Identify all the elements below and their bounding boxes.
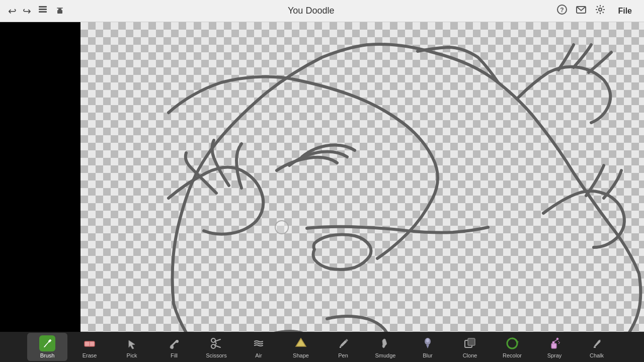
- canvas-area[interactable]: [0, 22, 644, 332]
- tool-pen[interactable]: Pen: [323, 333, 363, 361]
- svg-rect-2: [39, 6, 47, 8]
- spray-icon: [546, 335, 562, 351]
- clone-label: Clone: [463, 352, 477, 358]
- spray-label: Spray: [547, 352, 562, 358]
- app-title: You Doodle: [73, 6, 548, 16]
- help-button[interactable]: ?: [556, 4, 568, 18]
- toolbar: Brush Erase Pick Fill: [0, 332, 644, 362]
- svg-rect-5: [57, 8, 63, 9]
- svg-point-13: [176, 340, 179, 343]
- blur-icon: [420, 335, 436, 351]
- svg-point-9: [599, 8, 602, 11]
- svg-point-33: [558, 341, 559, 342]
- brush-icon: [39, 335, 55, 351]
- svg-point-35: [558, 343, 559, 344]
- svg-text:?: ?: [560, 7, 564, 14]
- tool-clone[interactable]: Clone: [450, 333, 490, 361]
- svg-marker-28: [516, 341, 519, 343]
- tool-scissors[interactable]: Scissors: [196, 333, 236, 361]
- smudge-label: Smudge: [375, 352, 396, 358]
- recolor-label: Recolor: [503, 352, 522, 358]
- tool-fill[interactable]: Fill: [154, 333, 194, 361]
- recolor-icon: [504, 335, 520, 351]
- stamp-button[interactable]: [54, 4, 65, 18]
- svg-line-19: [215, 343, 216, 345]
- canvas-background: [80, 22, 644, 332]
- chalk-label: Chalk: [590, 352, 604, 358]
- pen-label: Pen: [338, 352, 348, 358]
- topbar-right: ? File: [556, 4, 636, 18]
- clone-icon: [462, 335, 478, 351]
- tool-blur[interactable]: Blur: [408, 333, 448, 361]
- file-button[interactable]: File: [614, 5, 636, 18]
- svg-rect-1: [39, 9, 47, 10]
- undo-button[interactable]: ↩: [8, 5, 17, 17]
- top-bar: ↩ ↪ You Doodle ?: [0, 0, 644, 22]
- left-strip: [0, 22, 80, 332]
- tool-shape[interactable]: Shape: [281, 333, 321, 361]
- svg-point-34: [559, 342, 560, 343]
- erase-label: Erase: [83, 352, 97, 358]
- svg-point-32: [556, 338, 558, 340]
- chalk-icon: [589, 335, 605, 351]
- tool-smudge[interactable]: Smudge: [365, 333, 406, 361]
- scissors-label: Scissors: [206, 352, 227, 358]
- redo-button[interactable]: ↪: [23, 5, 31, 17]
- pick-label: Pick: [127, 352, 137, 358]
- pen-icon: [335, 335, 351, 351]
- pick-icon: [124, 335, 140, 351]
- fill-label: Fill: [171, 352, 178, 358]
- air-label: Air: [255, 352, 262, 358]
- tool-chalk[interactable]: Chalk: [577, 333, 617, 361]
- settings-button[interactable]: [595, 4, 606, 18]
- fill-icon: [166, 335, 182, 351]
- svg-rect-0: [39, 11, 47, 13]
- topbar-left: ↩ ↪: [8, 4, 65, 18]
- tool-erase[interactable]: Erase: [69, 333, 110, 361]
- smudge-icon: [377, 335, 393, 351]
- tool-spray[interactable]: Spray: [534, 333, 575, 361]
- brush-label: Brush: [40, 352, 55, 358]
- blur-label: Blur: [423, 352, 433, 358]
- erase-icon: [82, 335, 98, 351]
- svg-marker-20: [296, 338, 306, 346]
- tool-air[interactable]: Air: [238, 333, 279, 361]
- svg-rect-26: [468, 338, 475, 345]
- tool-brush[interactable]: Brush: [27, 333, 67, 361]
- svg-point-24: [426, 338, 429, 342]
- tool-pick[interactable]: Pick: [112, 333, 152, 361]
- layers-button[interactable]: [37, 4, 48, 18]
- air-icon: [251, 335, 267, 351]
- shape-icon: [293, 335, 309, 351]
- tool-recolor[interactable]: Recolor: [492, 333, 532, 361]
- scissors-icon: [208, 335, 224, 351]
- shape-label: Shape: [293, 352, 309, 358]
- mail-button[interactable]: [576, 4, 587, 18]
- svg-line-18: [215, 341, 216, 343]
- svg-rect-3: [57, 10, 62, 14]
